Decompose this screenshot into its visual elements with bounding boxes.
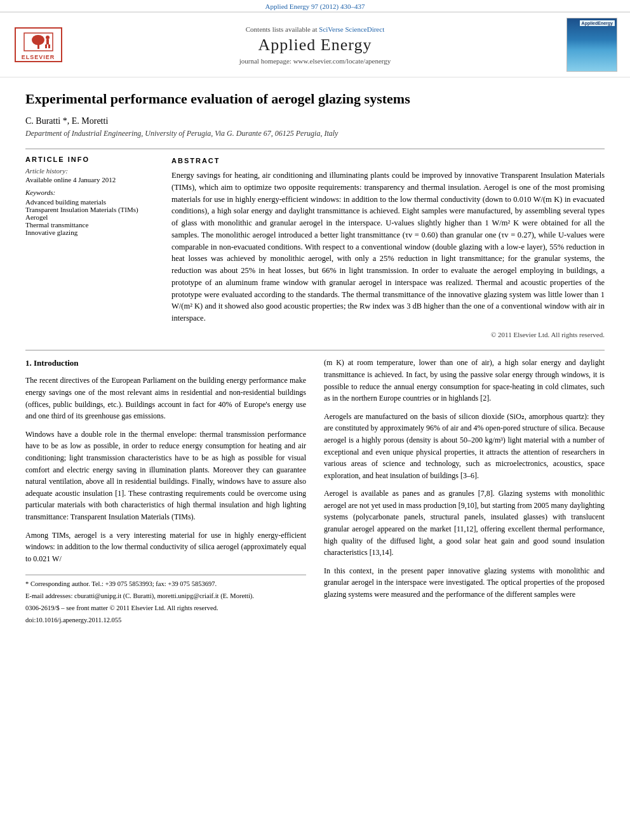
journal-cover: AppliedEnergy (566, 18, 617, 72)
svg-rect-4 (46, 39, 49, 44)
intro-p2: Windows have a double role in the therma… (25, 429, 306, 523)
affiliation: Department of Industrial Engineering, Un… (25, 129, 605, 138)
keyword-1: Advanced building materials (25, 198, 152, 206)
journal-center-info: Contents lists available at SciVerse Sci… (64, 25, 566, 65)
intro-col2-p2: Aerogels are manufactured on the basis o… (324, 411, 605, 482)
journal-top-bar: Applied Energy 97 (2012) 430–437 (0, 0, 630, 11)
available-online: Available online 4 January 2012 (25, 176, 152, 183)
copyright-line: © 2011 Elsevier Ltd. All rights reserved… (171, 330, 605, 340)
intro-heading: 1. Introduction (25, 357, 306, 370)
cover-label: AppliedEnergy (580, 20, 615, 26)
keyword-5: Innovative glazing (25, 229, 152, 236)
intro-col2-p4: In this context, in the present paper in… (324, 565, 605, 601)
elsevier-tree-svg (21, 30, 56, 54)
authors: C. Buratti *, E. Moretti (25, 116, 605, 126)
divider-1 (25, 149, 605, 149)
journal-citation: Applied Energy 97 (2012) 430–437 (265, 3, 365, 10)
svg-rect-6 (48, 44, 50, 48)
intro-p1: The recent directives of the European Pa… (25, 375, 306, 422)
abstract-col: ABSTRACT Energy savings for heating, air… (171, 156, 605, 340)
keyword-2: Transparent Insulation Materials (TIMs) (25, 206, 152, 213)
body-two-col: 1. Introduction The recent directives of… (25, 357, 605, 627)
elsevier-logo: ELSEVIER (13, 27, 64, 62)
abstract-head: ABSTRACT (171, 156, 605, 166)
intro-col2-p3: Aerogel is available as panes and as gra… (324, 488, 605, 559)
article-info-col: ARTICLE INFO Article history: Available … (25, 156, 152, 340)
keywords-label: Keywords: (25, 189, 152, 196)
body-col-right: (m K) at room temperature, lower than on… (324, 357, 605, 627)
page-container: Applied Energy 97 (2012) 430–437 (0, 0, 630, 639)
homepage-line: journal homepage: www.elsevier.com/locat… (64, 57, 566, 65)
article-history-label: Article history: (25, 167, 152, 175)
article-info-abstract: ARTICLE INFO Article history: Available … (25, 156, 605, 340)
doi-line: doi:10.1016/j.apenergy.2011.12.055 (25, 615, 306, 625)
keyword-4: Thermal transmittance (25, 221, 152, 229)
journal-header: ELSEVIER Contents lists available at Sci… (0, 11, 630, 77)
elsevier-text: ELSEVIER (22, 54, 55, 60)
divider-2 (25, 350, 605, 350)
journal-title-main: Applied Energy (64, 36, 566, 55)
footnote-section: * Corresponding author. Tel.: +39 075 58… (25, 575, 306, 625)
article-title: Experimental performance evaluation of a… (25, 90, 605, 109)
intro-col2-p1: (m K) at room temperature, lower than on… (324, 357, 605, 404)
issn-line: 0306-2619/$ – see front matter © 2011 El… (25, 603, 306, 613)
main-content: Experimental performance evaluation of a… (0, 77, 630, 639)
elsevier-logo-box: ELSEVIER (15, 27, 62, 62)
contents-line: Contents lists available at SciVerse Sci… (64, 25, 566, 33)
svg-rect-5 (45, 44, 47, 48)
keyword-3: Aerogel (25, 213, 152, 221)
svg-point-2 (32, 35, 44, 45)
keywords-section: Keywords: Advanced building materials Tr… (25, 189, 152, 236)
footnote-star: * Corresponding author. Tel.: +39 075 58… (25, 579, 306, 589)
sciverse-link[interactable]: SciVerse ScienceDirect (319, 25, 384, 33)
abstract-text: Energy savings for heating, air conditio… (171, 170, 605, 324)
body-col-left: 1. Introduction The recent directives of… (25, 357, 306, 627)
footnote-email: E-mail addresses: cburatti@unipg.it (C. … (25, 591, 306, 601)
svg-point-3 (46, 36, 50, 39)
intro-p3: Among TIMs, aerogel is a very interestin… (25, 530, 306, 565)
article-info-head: ARTICLE INFO (25, 156, 152, 163)
